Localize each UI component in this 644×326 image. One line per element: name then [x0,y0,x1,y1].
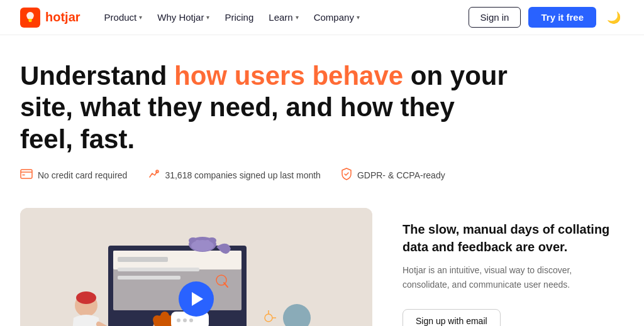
headline-before: Understand [20,61,174,90]
badge-no-card: No credit card required [20,169,127,182]
nav-learn[interactable]: Learn ▾ [262,8,304,26]
nav-pricing[interactable]: Pricing [218,8,260,26]
right-subtext: Hotjar is an intuitive, visual way to di… [402,263,611,291]
nav-links: Product ▾ Why Hotjar ▾ Pricing Learn ▾ C… [98,8,366,26]
company-chevron: ▾ [357,14,360,21]
right-panel: The slow, manual days of collating data … [372,208,611,326]
no-card-icon [20,169,33,182]
badge-gdpr: GDPR- & CCPA-ready [341,168,445,183]
hotjar-logo-icon [20,8,40,28]
signup-email-button[interactable]: Sign up with email [402,309,501,326]
badge-companies: 31,618 companies signed up last month [147,168,321,182]
logo[interactable]: hotjar [20,8,80,28]
nav-why-hotjar[interactable]: Why Hotjar ▾ [151,8,216,26]
svg-rect-11 [118,276,180,280]
nav-product[interactable]: Product ▾ [98,8,149,26]
right-headline: The slow, manual days of collating data … [402,220,611,256]
nav-company[interactable]: Company ▾ [308,8,366,26]
svg-point-23 [76,291,96,304]
play-button[interactable] [179,281,214,317]
svg-point-35 [183,318,187,322]
svg-point-28 [153,315,162,324]
svg-point-34 [177,318,180,322]
hero-headline: Understand how users behave on your site… [20,60,511,155]
logo-text: hotjar [45,10,80,24]
companies-icon [147,168,160,182]
main-content: The slow, manual days of collating data … [0,195,644,326]
headline-highlight: how users behave [174,61,403,90]
svg-rect-10 [118,268,199,271]
why-chevron: ▾ [206,14,209,21]
svg-point-30 [160,312,169,320]
try-free-button[interactable]: Try it free [528,7,596,28]
dark-mode-toggle[interactable]: 🌙 [604,8,624,28]
gdpr-icon [341,168,352,183]
nav-right: Sign in Try it free 🌙 [469,7,624,28]
signin-button[interactable]: Sign in [469,7,521,28]
learn-chevron: ▾ [296,14,299,21]
svg-point-21 [191,240,214,251]
hero-section: Understand how users behave on your site… [0,35,644,195]
cta-buttons: Sign up with email G Sign up with Google [402,309,611,326]
video-card [20,208,372,326]
svg-rect-1 [21,170,32,178]
hero-badges: No credit card required 31,618 companies… [20,168,624,183]
navigation: hotjar Product ▾ Why Hotjar ▾ Pricing Le… [0,0,644,35]
product-chevron: ▾ [139,14,142,21]
svg-point-36 [189,318,193,322]
svg-rect-9 [118,257,168,262]
nav-left: hotjar Product ▾ Why Hotjar ▾ Pricing Le… [20,8,366,28]
